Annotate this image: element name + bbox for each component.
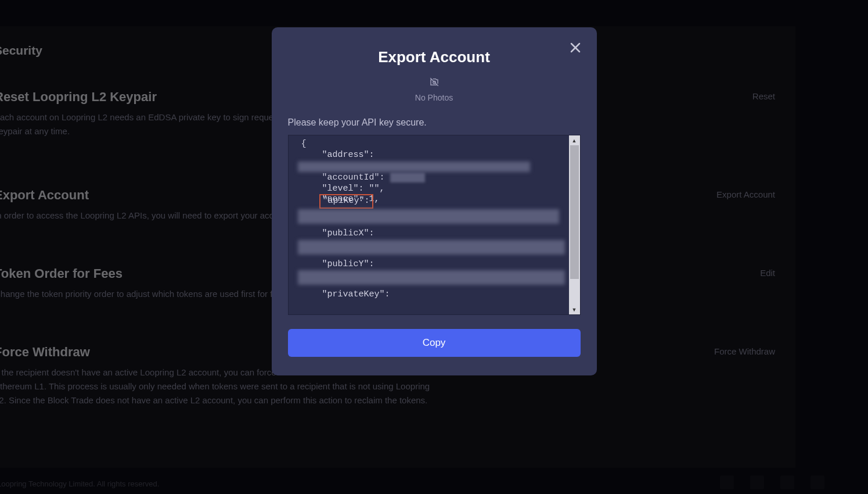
scrollbar[interactable]: ▲ ▼ [569,135,580,314]
code-line-publicy: "publicY": [301,259,563,270]
redacted-address [298,162,530,172]
copy-button[interactable]: Copy [288,329,581,357]
code-line-level: "level": "", [301,184,563,195]
export-account-modal: Export Account No Photos Please keep you… [272,27,597,375]
modal-title: Export Account [288,48,581,66]
scroll-down-arrow[interactable]: ▼ [569,305,580,314]
modal-overlay: Export Account No Photos Please keep you… [0,0,868,494]
code-line-apikey: "apiKey": [301,194,563,209]
code-line: { [301,139,563,150]
redacted-publicx [298,240,565,255]
code-line-publicx: "publicX": [301,228,563,239]
account-json-box: { "address": "accountId": "level": "", "… [288,135,581,315]
no-photos-label: No Photos [415,93,453,102]
redacted-publicy [298,270,565,285]
modal-note: Please keep your API key secure. [288,117,581,128]
redacted-accountid [390,173,425,182]
scroll-up-arrow[interactable]: ▲ [569,135,580,145]
close-icon[interactable] [568,40,583,55]
scroll-track[interactable] [569,279,580,305]
code-line-privatekey: "privateKey": [301,289,563,300]
no-photos-icon [429,77,440,90]
code-line-address: "address": [301,150,563,161]
scroll-thumb[interactable] [570,145,579,279]
redacted-apikey [298,209,559,224]
account-json-content: { "address": "accountId": "level": "", "… [289,135,569,314]
code-line-accountid: "accountId": [301,173,563,184]
